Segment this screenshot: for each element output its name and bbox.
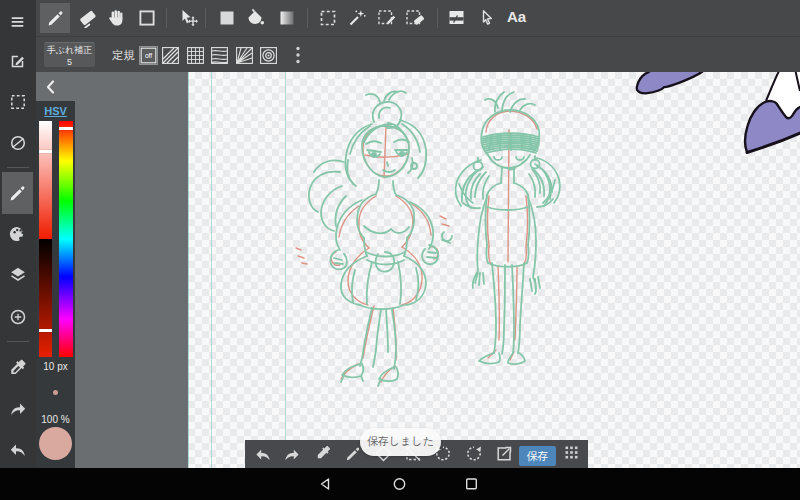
- svg-text:off: off: [145, 52, 152, 59]
